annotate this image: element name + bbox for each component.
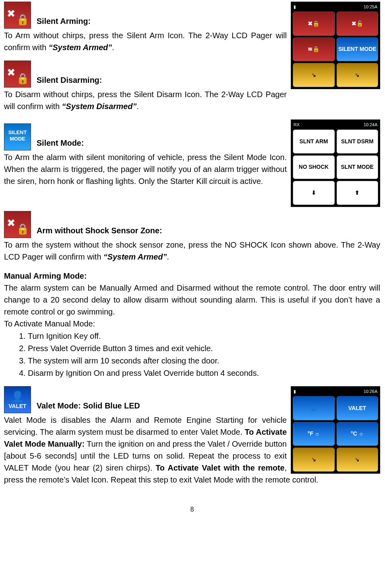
valet-icon [4,386,31,413]
pager-cell-valet: VALET [336,396,379,420]
text-emphasis: “System Armed” [49,43,112,52]
heading-silent-arming: Silent Arming: [37,15,91,29]
text: . [167,252,169,261]
signal-icon: ▮ [294,388,296,395]
paragraph-manual-arming-intro: The alarm system can be Manually Armed a… [4,282,380,318]
text: . [112,43,115,52]
pager-cell-temp-c: °C ☼ [336,422,379,446]
list-item: Press Valet Override Button 3 times and … [28,342,380,354]
text: To arm the system without the shock sens… [4,240,380,261]
pager-cell-down-right: ↘ [336,63,379,87]
pager-cell-silent-mode: SILENT MODE [336,37,379,62]
text: . [136,102,139,111]
manual-mode-steps: Turn Ignition Key off. Press Valet Overr… [4,330,380,379]
pager-time: 10:24A [364,121,377,129]
pager-statusbar: RX 10:24A [293,121,378,129]
pager-cell-slnt-dsrm: SLNT DSRM [336,129,379,154]
text-bold: To Activate Valet with the remote [156,463,284,472]
pager-screenshot-1: ▮ 10:25A ✖🔒 ✖🔓 ≋🔒 SILENT MODE ↘ ↘ [291,2,380,89]
pager-cell-silent-disarm: ✖🔓 [336,12,379,36]
pager-statusbar: ▮ 10:26A [293,388,378,396]
pager-cell-arrow-down: ⬇ [293,181,335,205]
pager-cell-down-left: ↘ [293,447,335,472]
pager-cell-profile: 👤 [293,396,335,420]
text: To Arm without chirps, press the Silent … [4,31,287,52]
heading-manual-arming: Manual Arming Mode: [4,272,87,280]
pager-cell-silent-arm: ✖🔒 [293,12,335,36]
pager-cell-no-shock: NO SHOCK [293,155,335,180]
silent-arm-icon [4,2,31,29]
page-number: 8 [4,505,380,514]
pager-time: 10:25A [364,4,377,11]
heading-arm-no-shock: Arm without Shock Sensor Zone: [37,225,162,238]
text-emphasis: “System Armed” [103,252,167,261]
pager-statusbar: ▮ 10:25A [293,4,378,12]
pager-cell-temp-f: °F ☼ [293,422,335,446]
silent-disarm-icon [4,61,31,88]
pager-cell-no-shock: ≋🔒 [293,37,335,62]
rx-indicator: RX [294,121,299,129]
paragraph-arm-no-shock: To arm the system without the shock sens… [4,239,380,263]
signal-icon: ▮ [294,4,296,11]
pager-screenshot-3: ▮ 10:26A 👤 VALET °F ☼ °C ☼ ↘ ↘ [291,386,380,474]
list-item: The system will arm 10 seconds after clo… [28,355,380,367]
text: To Disarm without chirps, press the Sile… [4,90,287,111]
text-emphasis: “System Disarmed” [62,102,137,111]
heading-silent-mode: Silent Mode: [37,137,84,150]
silent-mode-icon [4,123,31,150]
heading-silent-disarming: Silent Disarming: [37,74,102,88]
list-item: Turn Ignition Key off. [28,330,380,342]
pager-cell-down-right: ↘ [336,447,379,472]
pager-cell-down-left: ↘ [293,63,335,87]
list-item: Disarm by Ignition On and press Valet Ov… [28,367,380,379]
no-shock-arm-icon [4,211,31,238]
paragraph-silent-disarming: To Disarm without chirps, press the Sile… [4,88,380,112]
pager-time: 10:26A [364,388,377,395]
manual-mode-activate-label: To Activate Manual Mode: [4,318,380,330]
pager-screenshot-2: RX 10:24A SLNT ARM SLNT DSRM NO SHOCK SL… [291,119,380,207]
heading-valet-mode: Valet Mode: Solid Blue LED [37,400,140,413]
pager-cell-slnt-arm: SLNT ARM [293,129,335,154]
pager-cell-slnt-mode: SLNT MODE [336,155,379,180]
pager-cell-arrow-up: ⬆ [336,181,379,205]
